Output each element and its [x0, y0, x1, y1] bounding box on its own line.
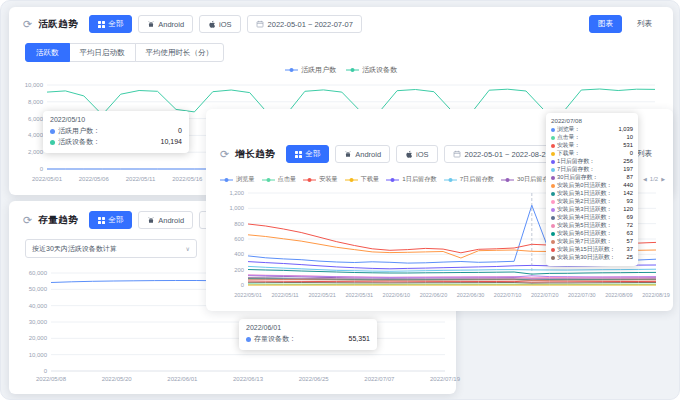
x-axis-tick-label: 2022/07/20 — [531, 292, 559, 298]
date-range-picker[interactable]: 2022-05-01 ~ 2022-07-07 — [247, 15, 362, 33]
tooltip-date: 2022/06/01 — [246, 324, 370, 331]
legend-marker-icon — [346, 67, 359, 73]
x-axis-tick-label: 2022/05/31 — [346, 292, 374, 298]
legend-marker-icon — [501, 177, 514, 183]
series-dot-icon — [551, 144, 555, 148]
y-axis-tick-label: 1,000 — [229, 205, 244, 211]
chart-tooltip: 2022/05/10活跃用户数：0活跃设备数：10,194 — [43, 111, 189, 153]
series-dot-icon — [551, 208, 555, 212]
y-axis-tick-label: 800 — [234, 221, 244, 227]
active-card-header: ⟳ 活跃趋势 全部 Android iOS 2022-05-01 ~ 2022-… — [23, 15, 661, 33]
refresh-icon[interactable]: ⟳ — [23, 19, 32, 30]
y-axis-tick-label: 4,000 — [28, 132, 44, 138]
legend-marker-icon — [345, 177, 358, 183]
platform-android-button[interactable]: Android — [335, 145, 390, 163]
series-dot-icon — [551, 176, 555, 180]
apple-icon — [208, 20, 216, 29]
tab-0[interactable]: 活跃数 — [25, 43, 70, 62]
x-axis-tick-label: 2022/05/11 — [272, 292, 299, 298]
x-axis-tick-label: 2022/06/01 — [167, 376, 198, 382]
series-dot-icon — [551, 192, 555, 196]
series-dot-icon — [50, 129, 55, 134]
series-dot-icon — [551, 240, 555, 244]
x-axis-tick-label: 2022/07/19 — [430, 376, 461, 382]
grid-icon — [295, 151, 302, 158]
series-dot-icon — [551, 224, 555, 228]
y-axis-tick-label: 0 — [40, 166, 44, 172]
series-dot-icon — [551, 128, 555, 132]
platform-all-button[interactable]: 全部 — [89, 15, 132, 33]
tooltip-row: 安装后第4日活跃数：69 — [551, 214, 633, 222]
legend-item[interactable]: 1日后留存数 — [386, 175, 436, 184]
legend-marker-icon — [444, 177, 457, 183]
chevron-down-icon: ∨ — [186, 245, 190, 252]
x-axis-tick-label: 2022/05/01 — [32, 176, 63, 182]
legend-next-icon[interactable]: ▶ — [661, 176, 665, 182]
tab-2[interactable]: 平均使用时长（分） — [135, 43, 225, 62]
date-range-picker[interactable]: 2022-05-01 ~ 2022-08-21 — [444, 145, 559, 163]
platform-all-button[interactable]: 全部 — [89, 211, 132, 229]
tooltip-row: 安装后第0日活跃数：440 — [551, 182, 633, 190]
x-axis-tick-label: 2022/08/19 — [642, 292, 670, 298]
series-dot-icon — [551, 168, 555, 172]
legend-item[interactable]: 活跃设备数 — [346, 65, 397, 75]
legend-marker-icon — [285, 67, 298, 73]
grid-icon — [98, 21, 105, 28]
legend-prev-icon[interactable]: ◀ — [643, 176, 647, 182]
legend-item[interactable]: 浏览量 — [220, 175, 255, 184]
platform-ios-button[interactable]: iOS — [199, 15, 241, 33]
x-axis-tick-label: 2022/05/11 — [126, 176, 156, 182]
x-axis-tick-label: 2022/05/08 — [36, 376, 67, 382]
card-title: 活跃趋势 — [38, 18, 78, 31]
tooltip-date: 2022/05/10 — [50, 116, 182, 123]
metric-tabs: 活跃数平均日启动数平均使用时长（分） — [25, 43, 224, 62]
platform-android-button[interactable]: Android — [138, 15, 193, 33]
series-dot-icon — [551, 152, 555, 156]
metric-select[interactable]: 按近30天内活跃设备数计算 ∨ — [25, 239, 197, 258]
apple-icon — [405, 150, 413, 159]
series-dot-icon — [551, 256, 555, 260]
y-axis-tick-label: 20,000 — [29, 335, 48, 341]
tooltip-row: 安装后第6日活跃数：63 — [551, 230, 633, 238]
x-axis-tick-label: 2022/06/13 — [233, 376, 264, 382]
series-line-安装后第30日活跃数 — [248, 282, 656, 283]
legend-marker-icon — [220, 177, 233, 183]
platform-all-button[interactable]: 全部 — [286, 145, 329, 163]
y-axis-tick-label: 400 — [234, 251, 244, 257]
legend-item[interactable]: 活跃用户数 — [285, 65, 336, 75]
tooltip-row: 下载量：0 — [551, 150, 633, 158]
view-chart-button[interactable]: 图表 — [589, 15, 622, 33]
y-axis-tick-label: 200 — [234, 267, 244, 273]
tab-1[interactable]: 平均日启动数 — [69, 43, 136, 62]
android-icon — [147, 216, 155, 224]
refresh-icon[interactable]: ⟳ — [220, 149, 229, 160]
tooltip-row: 7日后留存数：197 — [551, 166, 633, 174]
legend-item[interactable]: 下载量 — [345, 175, 380, 184]
legend-item[interactable]: 点击量 — [262, 175, 297, 184]
x-axis-tick-label: 2022/06/25 — [299, 376, 330, 382]
chart-tooltip: 2022/07/08浏览量：1,039点击量：10安装量：531下载量：01日后… — [546, 113, 638, 266]
platform-android-button[interactable]: Android — [138, 211, 193, 229]
tooltip-row: 安装后第5日活跃数：72 — [551, 222, 633, 230]
x-axis-tick-label: 2022/06/20 — [420, 292, 448, 298]
y-axis-tick-label: 6,000 — [28, 116, 44, 122]
tooltip-row: 安装后第2日活跃数：93 — [551, 198, 633, 206]
platform-ios-button[interactable]: iOS — [396, 145, 438, 163]
legend-item[interactable]: 7日后留存数 — [444, 175, 494, 184]
tooltip-row: 存量设备数：55,351 — [246, 334, 370, 345]
legend-pagination: ◀ 1/2 ▶ — [643, 176, 665, 182]
x-axis-tick-label: 2022/05/16 — [172, 176, 203, 182]
y-axis-tick-label: 8,000 — [28, 99, 44, 105]
refresh-icon[interactable]: ⟳ — [23, 215, 32, 226]
tooltip-row: 安装后第15日活跃数：37 — [551, 246, 633, 254]
tooltip-row: 30日后留存数：87 — [551, 174, 633, 182]
x-axis-tick-label: 2022/05/21 — [308, 292, 336, 298]
x-axis-tick-label: 2022/07/07 — [364, 376, 395, 382]
y-axis-tick-label: 60,000 — [29, 270, 48, 276]
y-axis-tick-label: 50,000 — [29, 286, 48, 292]
series-dot-icon — [551, 136, 555, 140]
calendar-icon — [453, 150, 461, 158]
y-axis-tick-label: 0 — [241, 282, 244, 288]
legend-item[interactable]: 安装量 — [303, 175, 338, 184]
view-list-button[interactable]: 列表 — [628, 15, 661, 33]
